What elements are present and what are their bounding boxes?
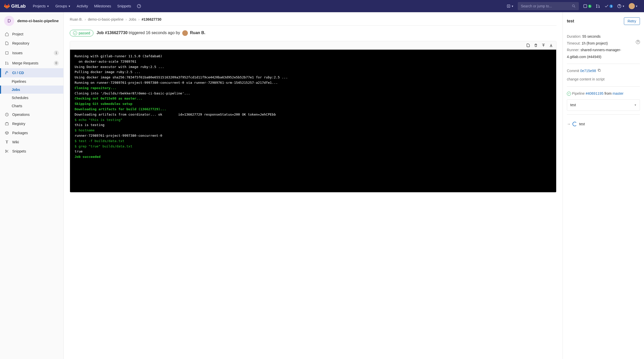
todos-shortcut[interactable]: 1	[602, 2, 615, 10]
sidebar-sub-schedules[interactable]: Schedules	[0, 94, 63, 102]
status-badge-passed: ✓ passed	[70, 30, 93, 36]
rocket-icon	[5, 71, 9, 75]
sidebar-item-cicd[interactable]: CI / CD	[0, 68, 63, 77]
chevron-right-icon: ›	[85, 17, 86, 21]
scroll-top-button[interactable]	[541, 43, 545, 47]
job-title: Job #136627730 triggered 16 seconds ago …	[96, 30, 205, 36]
chevron-down-icon: ▼	[511, 5, 514, 8]
sidebar-item-wiki[interactable]: Wiki	[0, 137, 63, 147]
pipeline-block: ✓Pipeline #40691195 from master test ▼	[567, 87, 640, 115]
nav-snippets[interactable]: Snippets	[115, 3, 134, 10]
breadcrumb-owner[interactable]: Ruan B.	[70, 17, 83, 21]
svg-point-4	[596, 5, 597, 5]
sidebar-item-repository[interactable]: Repository	[0, 39, 63, 48]
sidebar-item-registry[interactable]: Registry	[0, 119, 63, 128]
stage-dropdown[interactable]: test ▼	[567, 99, 640, 111]
search-input[interactable]	[521, 4, 572, 8]
sidebar-sub-pipelines[interactable]: Pipelines	[0, 77, 63, 86]
search-box[interactable]	[518, 2, 579, 10]
issues-badge: 1	[588, 5, 592, 8]
retry-button[interactable]: Retry	[624, 17, 640, 25]
project-name: demo-ci-basic-pipeline	[17, 18, 59, 23]
project-header[interactable]: D demo-ci-basic-pipeline	[0, 12, 63, 30]
chevron-down-icon: ▼	[47, 5, 49, 8]
arrow-right-icon: →	[567, 121, 570, 128]
svg-point-2	[572, 5, 575, 7]
gitlab-logo[interactable]: GitLab	[4, 3, 26, 9]
pipeline-link[interactable]: #40691195	[586, 91, 604, 95]
search-icon	[572, 4, 576, 8]
scissors-icon	[5, 149, 9, 153]
timeout-value: 1h (from project)	[582, 41, 608, 45]
svg-point-5	[596, 7, 597, 8]
breadcrumb: Ruan B. › demo-ci-basic-pipeline › Jobs …	[70, 17, 556, 26]
nav-activity[interactable]: Activity	[74, 3, 90, 10]
check-circle-icon: ✓	[567, 92, 571, 96]
svg-rect-8	[6, 52, 8, 54]
sidebar-item-snippets[interactable]: Snippets	[0, 147, 63, 156]
raw-log-button[interactable]	[526, 43, 530, 47]
svg-rect-3	[584, 5, 587, 8]
user-avatar[interactable]	[182, 30, 188, 36]
sidebar-item-issues[interactable]: Issues1	[0, 48, 63, 58]
project-sidebar: D demo-ci-basic-pipeline Project Reposit…	[0, 12, 64, 359]
home-icon	[5, 32, 9, 36]
nav-groups[interactable]: Groups▼	[53, 3, 73, 10]
project-avatar: D	[4, 16, 14, 26]
job-details-block: Duration: 55 seconds Timeout: 1h (from p…	[567, 30, 640, 64]
user-avatar	[629, 3, 635, 9]
create-new-button[interactable]: ▼	[505, 3, 516, 10]
log-output[interactable]: Running with gitlab-runner 11.5.0 (3afda…	[70, 50, 556, 192]
issues-count: 1	[54, 50, 59, 56]
issues-shortcut[interactable]: 1	[581, 2, 594, 10]
scroll-bottom-button[interactable]	[549, 43, 553, 47]
file-icon	[5, 41, 9, 45]
nav-milestones[interactable]: Milestones	[92, 3, 114, 10]
svg-rect-13	[5, 123, 8, 125]
sidebar-sub-jobs[interactable]: Jobs	[0, 86, 63, 94]
merge-requests-shortcut[interactable]	[594, 2, 602, 10]
job-header: ✓ passed Job #136627730 triggered 16 sec…	[70, 30, 556, 36]
breadcrumb-section[interactable]: Jobs	[129, 17, 136, 21]
sidebar-item-packages[interactable]: Packages	[0, 128, 63, 137]
chevron-down-icon: ▼	[622, 5, 625, 8]
breadcrumb-current: #136627730	[142, 17, 161, 21]
mr-count: 0	[54, 61, 59, 66]
chevron-right-icon: ›	[125, 17, 127, 21]
copy-icon[interactable]	[597, 68, 601, 72]
commit-sha-link[interactable]: 0e715e98	[580, 69, 596, 73]
svg-point-10	[6, 64, 6, 65]
log-toolbar	[70, 41, 556, 50]
sidebar-item-project[interactable]: Project	[0, 30, 63, 39]
chevron-down-icon: ▼	[635, 5, 638, 8]
breadcrumb-project[interactable]: demo-ci-basic-pipeline	[88, 17, 123, 21]
sidebar-item-merge-requests[interactable]: Merge Requests0	[0, 58, 63, 68]
chevron-right-icon: ›	[138, 17, 140, 21]
issues-icon	[5, 51, 9, 55]
user-menu[interactable]: ▼	[627, 2, 640, 11]
help-menu[interactable]: ▼	[615, 2, 627, 10]
svg-rect-16	[599, 70, 600, 72]
commit-message: change content in script	[567, 76, 640, 83]
help-icon[interactable]: ?	[636, 40, 640, 44]
chevron-down-icon: ▼	[68, 5, 71, 8]
sidebar-sub-charts[interactable]: Charts	[0, 102, 63, 110]
svg-point-11	[8, 64, 8, 65]
gitlab-icon	[4, 3, 10, 9]
operations-icon	[5, 113, 9, 117]
svg-point-14	[5, 150, 6, 151]
performance-bar-icon[interactable]	[135, 2, 143, 10]
nav-projects[interactable]: Projects▼	[30, 3, 52, 10]
book-icon	[5, 140, 9, 144]
merge-icon	[5, 61, 9, 65]
brand-text: GitLab	[11, 4, 26, 9]
stage-job-item[interactable]: → test	[567, 118, 640, 130]
stage-jobs-block: → test	[567, 115, 640, 134]
duration-value: 55 seconds	[582, 34, 601, 38]
branch-link[interactable]: master	[613, 91, 624, 95]
svg-point-9	[6, 62, 6, 63]
triggered-by-user[interactable]: Ruan B.	[190, 31, 205, 35]
chevron-down-icon: ▼	[634, 103, 637, 107]
sidebar-item-operations[interactable]: Operations	[0, 110, 63, 119]
erase-log-button[interactable]	[534, 43, 538, 47]
